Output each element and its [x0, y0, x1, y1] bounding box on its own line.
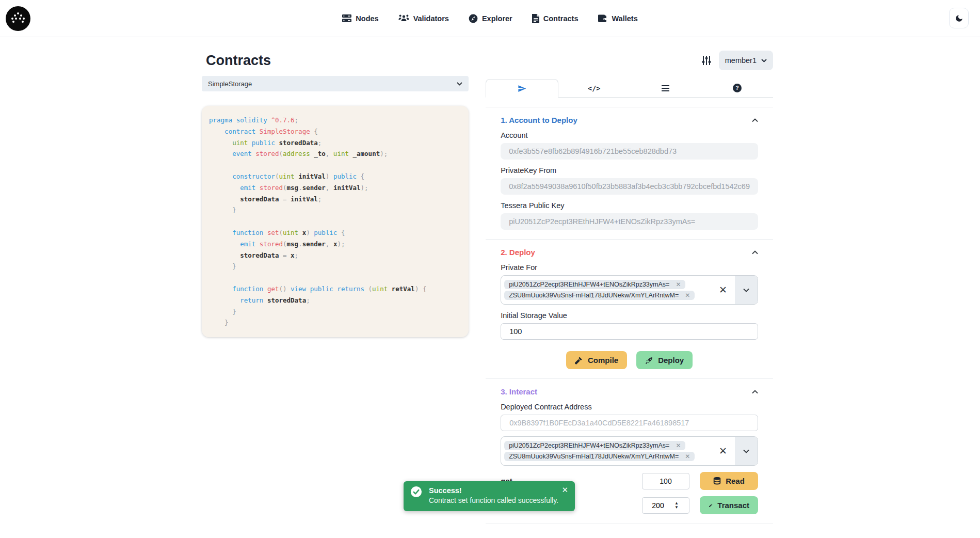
collapse-chevron-icon[interactable] [752, 118, 758, 122]
multiselect-chevron[interactable] [735, 437, 758, 465]
remove-tag-icon[interactable]: ✕ [685, 453, 690, 460]
transact-label: Transact [717, 501, 749, 510]
privatekey-from-input: 0x8f2a55949038a9610f50fb23b5883af3b4ecb3… [501, 178, 758, 195]
get-result-input[interactable] [642, 473, 689, 489]
section-heading: 3. Interact [501, 387, 537, 396]
private-for-multiselect[interactable]: piU2051ZcP2ecpt3REthHJFW4+tENOsZikRpz33y… [501, 275, 758, 305]
close-icon[interactable]: ✕ [561, 485, 568, 495]
page-header: Contracts member1 [202, 50, 773, 71]
collapse-chevron-icon[interactable] [752, 250, 758, 255]
nav-item-nodes[interactable]: Nodes [342, 14, 378, 23]
code-icon: </> [588, 84, 600, 92]
nav-item-contracts[interactable]: Contracts [532, 14, 579, 23]
theme-toggle-button[interactable] [949, 8, 969, 28]
section-heading: 2. Deploy [501, 248, 535, 257]
clear-all-icon[interactable]: ✕ [711, 437, 735, 465]
wallets-icon [598, 14, 607, 23]
clear-all-icon[interactable]: ✕ [711, 276, 735, 304]
read-button[interactable]: Read [700, 472, 758, 490]
tab-deploy[interactable] [486, 79, 558, 98]
set-value-stepper[interactable]: ▲▼ [642, 497, 689, 514]
validators-icon [398, 14, 409, 23]
member-select-value: member1 [725, 56, 757, 65]
divider [486, 107, 773, 107]
toast-message: Contract set function called successfull… [429, 496, 558, 504]
solidity-code: pragma solidity ^0.7.6; contract SimpleS… [209, 115, 461, 328]
nav-item-explorer[interactable]: Explorer [469, 14, 512, 23]
tab-logs[interactable] [630, 79, 702, 97]
nav-label: Explorer [482, 14, 512, 23]
number-stepper-arrows[interactable]: ▲▼ [674, 501, 679, 510]
private-for-tag: piU2051ZcP2ecpt3REthHJFW4+tENOsZikRpz33y… [504, 280, 685, 289]
contract-select-value: SimpleStorage [208, 80, 252, 88]
chevron-down-icon [457, 82, 462, 86]
field-label: PrivateKey From [501, 166, 758, 175]
tab-source-code[interactable]: </> [558, 79, 630, 97]
nav-item-validators[interactable]: Validators [398, 14, 449, 23]
remove-tag-icon[interactable]: ✕ [676, 281, 681, 288]
private-for-tag: piU2051ZcP2ecpt3REthHJFW4+tENOsZikRpz33y… [504, 441, 685, 450]
pencil-icon [709, 502, 713, 509]
page-content: Contracts member1 SimpleStorage [202, 50, 773, 524]
section-heading: 1. Account to Deploy [501, 116, 577, 124]
contract-actions-panel: </> ? [486, 76, 773, 524]
field-label: Tessera Public Key [501, 201, 758, 210]
check-circle-icon [410, 486, 422, 498]
remove-tag-icon[interactable]: ✕ [685, 292, 690, 299]
nav-menu: Nodes Validators Explorer [342, 14, 637, 23]
deploy-label: Deploy [658, 356, 684, 365]
nav-label: Nodes [356, 14, 378, 23]
set-value-input[interactable] [642, 501, 673, 510]
app-logo[interactable] [6, 6, 30, 31]
private-for-tag: ZSU8mUuok39VuSnsFmHal178JdUNekw/XmYLArRn… [504, 291, 695, 300]
database-icon [713, 477, 721, 485]
initial-storage-value-input[interactable] [501, 323, 758, 340]
remove-tag-icon[interactable]: ✕ [676, 442, 681, 449]
section-deploy: 2. Deploy Private For piU2051ZcP2ecpt3RE… [486, 248, 773, 369]
help-icon: ? [733, 84, 742, 92]
success-toast: Success! Contract set function called su… [404, 481, 575, 511]
toast-title: Success! [429, 486, 558, 495]
solidity-code-block: pragma solidity ^0.7.6; contract SimpleS… [202, 106, 469, 337]
nav-label: Contracts [543, 14, 579, 23]
member-select[interactable]: member1 [719, 51, 773, 70]
read-label: Read [726, 477, 745, 485]
moon-icon [955, 14, 963, 23]
section-account-to-deploy: 1. Account to Deploy Account 0xfe3b557e8… [486, 116, 773, 230]
compile-label: Compile [588, 356, 618, 365]
multiselect-chevron[interactable] [735, 276, 758, 304]
explorer-icon [469, 14, 478, 23]
field-label: Initial Storage Value [501, 311, 758, 320]
transact-button[interactable]: Transact [700, 496, 758, 514]
rocket-icon [645, 356, 653, 365]
settings-sliders-icon[interactable] [701, 55, 712, 66]
collapse-chevron-icon[interactable] [752, 390, 758, 394]
chevron-down-icon [743, 288, 749, 292]
tab-help[interactable]: ? [701, 79, 773, 97]
field-label: Private For [501, 263, 758, 272]
interact-private-for-multiselect[interactable]: piU2051ZcP2ecpt3REthHJFW4+tENOsZikRpz33y… [501, 436, 758, 466]
panel-tabs: </> ? [486, 79, 773, 98]
nav-label: Validators [413, 14, 449, 23]
account-input: 0xfe3b557e8fb62b89f4916b721be55ceb828dbd… [501, 143, 758, 160]
send-icon [518, 84, 526, 93]
tessera-public-key-input: piU2051ZcP2ecpt3REthHJFW4+tENOsZikRpz33y… [501, 213, 758, 230]
svg-text:?: ? [735, 85, 738, 91]
top-navbar: Nodes Validators Explorer [0, 0, 980, 37]
chevron-down-icon [743, 449, 749, 453]
contract-select[interactable]: SimpleStorage [202, 76, 469, 91]
nodes-icon [342, 14, 351, 23]
divider [486, 524, 773, 524]
compile-button[interactable]: Compile [566, 351, 627, 369]
page-title: Contracts [206, 53, 271, 69]
divider [486, 378, 773, 379]
hammer-icon [575, 356, 583, 365]
deploy-button[interactable]: Deploy [636, 351, 693, 369]
contract-source-column: SimpleStorage pragma solidity ^0.7.6; co… [202, 76, 469, 524]
nav-item-wallets[interactable]: Wallets [598, 14, 637, 23]
chevron-down-icon [761, 59, 767, 62]
private-for-tag: ZSU8mUuok39VuSnsFmHal178JdUNekw/XmYLArRn… [504, 452, 695, 461]
field-label: Deployed Contract Address [501, 403, 758, 411]
nav-label: Wallets [612, 14, 637, 23]
deployed-contract-address-input[interactable] [501, 415, 758, 431]
